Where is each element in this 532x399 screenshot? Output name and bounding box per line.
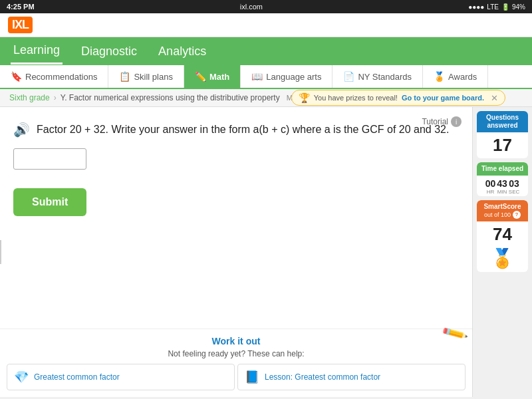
smart-score-header: SmartScore out of 100 ? — [477, 200, 528, 221]
lesson-icon: 📘 — [245, 370, 259, 384]
seconds-label: SEC — [509, 189, 519, 195]
tutorial-link[interactable]: Tutorial i — [422, 116, 462, 127]
signal-icon: ●●●● — [468, 3, 484, 11]
breadcrumb-grade[interactable]: Sixth grade — [9, 93, 50, 102]
time-elapsed-box: Time elapsed 00 HR 43 MIN 03 SEC — [477, 162, 528, 196]
smart-score-value: 74 — [477, 221, 528, 247]
work-card-lesson-text: Lesson: Greatest common factor — [265, 372, 380, 382]
nav-analytics[interactable]: Analytics — [156, 39, 209, 64]
time-values: 00 HR 43 MIN 03 SEC — [477, 176, 528, 196]
skill-plans-icon: 📋 — [119, 71, 130, 82]
smart-score-subheader: out of 100 ? — [478, 211, 527, 219]
tutorial-label: Tutorial — [422, 117, 448, 126]
stats-panel: Questions answered 17 Time elapsed 00 HR… — [472, 107, 532, 397]
tab-math-label: Math — [209, 72, 229, 82]
tab-ny-standards[interactable]: 📄 NY Standards — [332, 65, 423, 88]
tab-recommendations-label: Recommendations — [25, 72, 97, 82]
ny-standards-icon: 📄 — [343, 71, 354, 82]
hours-value: 00 — [485, 178, 496, 189]
trophy-icon: 🏆 — [299, 92, 310, 103]
tab-recommendations[interactable]: 🔖 Recommendations — [0, 65, 108, 88]
prize-text: You have prizes to reveal! — [314, 94, 398, 102]
gem-icon: 💎 — [14, 370, 29, 384]
tab-skill-plans-label: Skill plans — [134, 72, 173, 82]
status-indicators: ●●●● LTE 🔋 94% — [468, 3, 525, 11]
submit-button[interactable]: Submit — [13, 188, 86, 216]
content-wrapper: Tutorial i 🔊 Factor 20 + 32. Write your … — [0, 107, 532, 397]
awards-icon: 🏅 — [434, 71, 445, 82]
minutes-label: MIN — [497, 189, 507, 195]
minutes-unit: 43 MIN — [497, 178, 507, 195]
prize-close-button[interactable]: ✕ — [491, 93, 498, 103]
language-arts-icon: 📖 — [251, 71, 263, 82]
question-text: 🔊 Factor 20 + 32. Write your answer in t… — [13, 122, 459, 138]
tab-skill-plans[interactable]: 📋 Skill plans — [108, 65, 184, 88]
status-bar: 4:25 PM ixl.com ●●●● LTE 🔋 94% — [0, 0, 532, 13]
sound-icon[interactable]: 🔊 — [13, 122, 30, 138]
work-card-lesson[interactable]: 📘 Lesson: Greatest common factor — [237, 364, 466, 390]
status-url: ixl.com — [240, 3, 263, 11]
tab-language-arts-label: Language arts — [266, 72, 321, 82]
nav-diagnostic[interactable]: Diagnostic — [78, 39, 140, 64]
ixl-logo[interactable]: IXL — [8, 17, 33, 33]
seconds-unit: 03 SEC — [509, 178, 519, 195]
work-it-out-subtitle: Not feeling ready yet? These can help: — [7, 349, 466, 358]
questions-answered-box: Questions answered 17 — [477, 111, 528, 158]
tab-awards[interactable]: 🏅 Awards — [423, 65, 488, 88]
work-it-out-section: Work it out Not feeling ready yet? These… — [0, 329, 472, 397]
questions-answered-header: Questions answered — [477, 111, 528, 132]
tab-bar: 🔖 Recommendations 📋 Skill plans ✏️ Math … — [0, 65, 532, 89]
recommendations-icon: 🔖 — [11, 71, 22, 82]
breadcrumb-sep-1: › — [54, 93, 57, 102]
smart-score-title: SmartScore — [478, 203, 527, 211]
seconds-value: 03 — [509, 178, 519, 189]
status-time: 4:25 PM — [7, 3, 35, 11]
work-cards: 💎 Greatest common factor 📘 Lesson: Great… — [7, 364, 466, 390]
hours-label: HR — [485, 189, 496, 195]
breadcrumb-bar: Sixth grade › Y. Factor numerical expres… — [0, 89, 532, 107]
work-card-gcf[interactable]: 💎 Greatest common factor — [7, 364, 235, 390]
time-elapsed-header: Time elapsed — [477, 162, 528, 176]
math-icon: ✏️ — [195, 71, 206, 82]
prize-link[interactable]: Go to your game board. — [402, 94, 484, 102]
battery-icon: 🔋 — [501, 3, 509, 11]
nav-bar: Learning Diagnostic Analytics — [0, 37, 532, 65]
work-it-out-title: Work it out — [7, 336, 466, 346]
tab-language-arts[interactable]: 📖 Language arts — [241, 65, 332, 88]
question-content: Factor 20 + 32. Write your answer in the… — [37, 124, 449, 136]
tab-math[interactable]: ✏️ Math — [184, 65, 241, 88]
nav-learning[interactable]: Learning — [11, 38, 63, 65]
answer-input[interactable] — [13, 148, 86, 170]
network-label: LTE — [487, 3, 499, 11]
breadcrumb-skill: Y. Factor numerical expressions using th… — [61, 93, 280, 102]
tab-ny-standards-label: NY Standards — [358, 72, 412, 82]
expand-arrow[interactable]: ‹ — [0, 240, 1, 264]
hours-unit: 00 HR — [485, 178, 496, 195]
battery-level: 94% — [512, 3, 525, 11]
logo-bar: IXL — [0, 13, 532, 37]
medal-icon: 🏅 — [477, 247, 528, 272]
smart-score-info-icon: ? — [513, 211, 521, 219]
tutorial-info-icon: i — [451, 116, 462, 127]
prize-banner: 🏆 You have prizes to reveal! Go to your … — [291, 90, 505, 106]
minutes-value: 43 — [497, 178, 507, 189]
smart-score-subtext: out of 100 — [484, 211, 511, 219]
work-card-gcf-text: Greatest common factor — [34, 372, 120, 382]
tab-awards-label: Awards — [448, 72, 477, 82]
smart-score-box: SmartScore out of 100 ? 74 🏅 — [477, 200, 528, 272]
questions-answered-value: 17 — [477, 132, 528, 158]
